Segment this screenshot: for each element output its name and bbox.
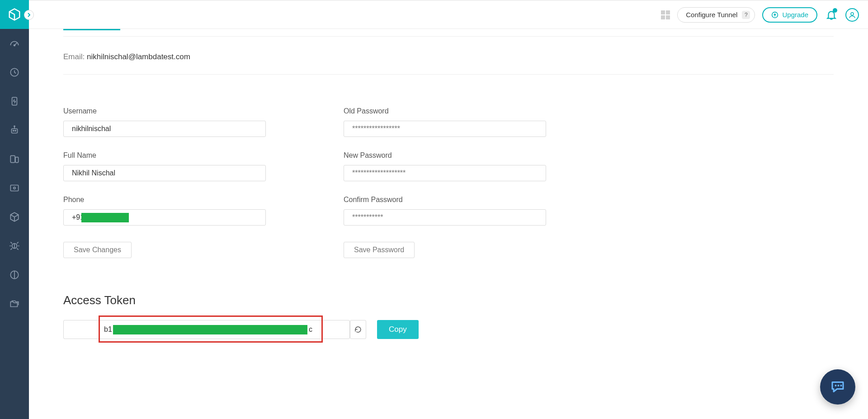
refresh-icon [354,325,362,334]
new-password-input[interactable] [344,165,546,181]
sidebar-item-devices[interactable] [0,145,29,174]
card-eye-icon [9,182,20,194]
old-password-input[interactable] [344,121,546,137]
profile-avatar-button[interactable] [845,8,859,22]
confirm-password-label: Confirm Password [344,196,570,204]
username-label: Username [63,107,289,115]
cube-icon [9,211,20,223]
svg-rect-7 [10,155,15,162]
save-password-button[interactable]: Save Password [344,242,415,258]
svg-point-13 [851,12,854,15]
sidebar-item-issues[interactable] [0,231,29,260]
access-token-heading: Access Token [63,293,834,307]
token-prefix-text: b1 [104,325,112,334]
robot-icon [9,124,20,136]
sidebar-item-automation[interactable] [0,116,29,145]
upgrade-button[interactable]: Upgrade [762,7,817,23]
svg-point-16 [840,385,842,386]
user-icon [848,11,856,19]
svg-point-0 [14,45,15,46]
svg-rect-3 [12,129,18,133]
fullname-input[interactable] [63,165,266,181]
svg-rect-9 [10,185,18,191]
top-header: Configure Tunnel ? Upgrade [29,1,868,29]
upgrade-label: Upgrade [782,11,808,19]
tabs-strip [63,29,834,37]
svg-point-15 [838,385,840,386]
gauge-icon [9,38,20,49]
sidebar-item-visual[interactable] [0,174,29,202]
content-scroll[interactable]: Email: nikhilnischal@lambdatest.com User… [29,29,868,419]
regenerate-token-button[interactable] [350,320,366,339]
active-tab-indicator [63,29,120,30]
svg-point-6 [14,126,15,127]
apps-grid-icon[interactable] [661,10,670,19]
token-redaction-mask [113,325,307,334]
copy-token-button[interactable]: Copy [377,320,419,339]
chat-bubble-icon [830,379,846,395]
sidebar-item-files[interactable] [0,289,29,318]
save-changes-button[interactable]: Save Changes [63,242,132,258]
notifications-button[interactable] [825,8,838,22]
svg-point-5 [15,130,16,131]
folders-icon [9,298,20,310]
fullname-label: Full Name [63,151,289,160]
notification-dot [833,8,837,13]
username-input[interactable] [63,121,266,137]
sidebar-item-dashboard[interactable] [0,29,29,58]
compare-icon [9,269,20,281]
old-password-label: Old Password [344,107,570,115]
confirm-password-input[interactable] [344,209,546,226]
email-label: Email: [63,52,87,61]
email-display-row: Email: nikhilnischal@lambdatest.com [63,37,834,75]
bug-icon [9,240,20,252]
sidebar-item-compare[interactable] [0,260,29,289]
chevron-right-icon [27,13,31,17]
sidebar-item-box[interactable] [0,202,29,231]
devices-icon [9,153,20,165]
sidebar-nav [0,29,29,419]
new-password-label: New Password [344,151,570,160]
email-value: nikhilnischal@lambdatest.com [87,52,190,61]
svg-rect-8 [15,157,18,163]
clock-icon [9,66,20,78]
svg-point-14 [835,385,837,386]
phone-redaction-mask [81,213,129,222]
token-suffix-text: c [309,325,312,334]
brand-logo-icon [8,8,21,21]
chat-support-button[interactable] [820,369,855,405]
help-icon[interactable]: ? [742,11,750,19]
svg-point-4 [13,130,14,131]
sidebar-item-realtime[interactable] [0,87,29,116]
battery-bolt-icon [9,95,20,107]
svg-point-10 [14,187,15,189]
configure-tunnel-label: Configure Tunnel [686,11,737,19]
sidebar-expand-button[interactable] [24,10,34,20]
upgrade-arrow-icon [771,11,778,19]
sidebar-item-history[interactable] [0,58,29,87]
configure-tunnel-button[interactable]: Configure Tunnel ? [677,7,755,23]
phone-label: Phone [63,196,289,204]
